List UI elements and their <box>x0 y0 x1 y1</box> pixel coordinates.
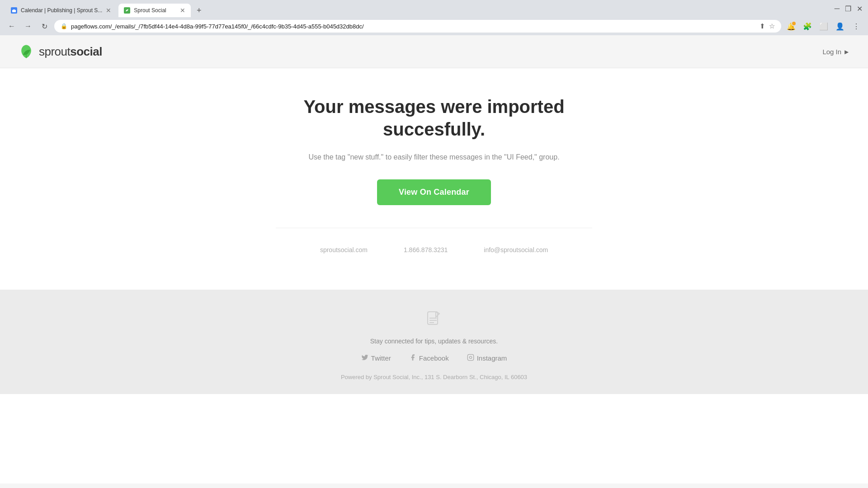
contact-phone: 1.866.878.3231 <box>404 246 448 253</box>
url-text: pageflows.com/_/emails/_/7fb5df44-14e4-4… <box>71 23 756 30</box>
menu-button[interactable]: ⋮ <box>850 20 863 33</box>
social-links: Twitter Facebook Instagram <box>9 354 859 363</box>
login-arrow-icon: ► <box>843 48 850 56</box>
success-heading: Your messages were imported succesfully. <box>303 95 564 141</box>
facebook-label: Facebook <box>419 354 449 362</box>
logo-leaf-icon <box>18 43 34 60</box>
address-bar-row: ← → ↻ 🔒 pageflows.com/_/emails/_/7fb5df4… <box>0 17 868 35</box>
tab-sprout[interactable]: Sprout Social ✕ <box>118 4 191 17</box>
tab-label-sprout: Sprout Social <box>134 7 166 14</box>
lock-icon: 🔒 <box>61 23 67 29</box>
view-on-calendar-button[interactable]: View On Calendar <box>377 179 491 205</box>
login-button[interactable]: Log In ► <box>822 48 850 56</box>
svg-rect-3 <box>15 9 16 10</box>
contact-website[interactable]: sproutsocial.com <box>320 246 368 253</box>
notifications-button[interactable]: 🔔 <box>785 20 797 33</box>
bookmark-icon[interactable]: ☆ <box>769 22 775 30</box>
svg-rect-10 <box>467 354 473 360</box>
heading-line2: succesfully. <box>383 119 485 139</box>
page-wrapper: sproutsocial Log In ► Your messages were… <box>0 35 868 483</box>
logo-area: sproutsocial <box>18 43 102 60</box>
facebook-icon <box>409 354 416 363</box>
site-header: sproutsocial Log In ► <box>0 35 868 68</box>
forward-button[interactable]: → <box>22 20 34 33</box>
twitter-link[interactable]: Twitter <box>361 354 391 363</box>
instagram-link[interactable]: Instagram <box>467 354 507 363</box>
tab-favicon-sprout <box>124 7 130 14</box>
close-button[interactable]: ✕ <box>857 5 863 13</box>
tab-calendar[interactable]: Calendar | Publishing | Sprout S... ✕ <box>5 4 117 17</box>
back-button[interactable]: ← <box>5 20 18 33</box>
share-icon[interactable]: ⬆ <box>760 22 765 30</box>
site-footer: Stay connected for tips, updates & resou… <box>0 290 868 394</box>
footer-tagline: Stay connected for tips, updates & resou… <box>9 338 859 345</box>
logo-text: sproutsocial <box>39 45 102 59</box>
twitter-label: Twitter <box>371 354 391 362</box>
profile-button[interactable]: 👤 <box>834 20 846 33</box>
facebook-link[interactable]: Facebook <box>409 354 449 363</box>
tab-close-calendar[interactable]: ✕ <box>106 7 111 14</box>
twitter-icon <box>361 354 368 363</box>
tab-close-sprout[interactable]: ✕ <box>180 7 185 14</box>
browser-chrome: Calendar | Publishing | Sprout S... ✕ Sp… <box>0 0 868 35</box>
reload-button[interactable]: ↻ <box>38 20 51 33</box>
split-view-button[interactable]: ⬜ <box>817 20 830 33</box>
heading-line1: Your messages were imported <box>303 97 564 117</box>
tab-label-calendar: Calendar | Publishing | Sprout S... <box>21 7 102 14</box>
instagram-icon <box>467 354 474 363</box>
restore-button[interactable]: ❐ <box>845 5 851 13</box>
address-bar[interactable]: 🔒 pageflows.com/_/emails/_/7fb5df44-14e4… <box>54 20 781 33</box>
login-label: Log In <box>822 48 841 56</box>
main-content: Your messages were imported succesfully.… <box>0 68 868 290</box>
extensions-button[interactable]: 🧩 <box>801 20 814 33</box>
svg-rect-2 <box>12 9 13 10</box>
contact-row: sproutsocial.com 1.866.878.3231 info@spr… <box>276 228 592 253</box>
contact-email[interactable]: info@sproutsocial.com <box>484 246 548 253</box>
new-tab-button[interactable]: + <box>193 4 205 17</box>
instagram-label: Instagram <box>477 354 507 362</box>
minimize-button[interactable]: ─ <box>835 5 840 13</box>
footer-powered-by: Powered by Sprout Social, Inc., 131 S. D… <box>9 374 859 380</box>
footer-logo-icon <box>423 308 445 330</box>
success-subtext: Use the tag "new stuff." to easily filte… <box>308 151 559 163</box>
tab-favicon-calendar <box>11 7 17 14</box>
